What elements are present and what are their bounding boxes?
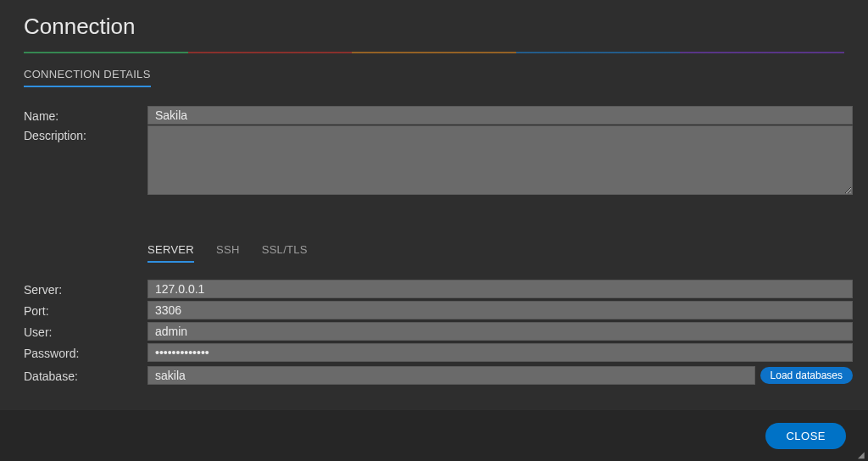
label-description: Description: [24,125,142,197]
database-field[interactable] [147,366,755,385]
close-button[interactable]: CLOSE [765,423,846,449]
connection-tabs: SERVER SSH SSL/TLS [147,243,853,263]
resize-grip-icon: ◢ [858,451,866,459]
label-server: Server: [24,280,142,299]
section-header-connection-details: CONNECTION DETAILS [24,68,151,87]
tab-server[interactable]: SERVER [147,243,194,263]
connection-dialog-panel: Connection CONNECTION DETAILS Name: Desc… [0,0,868,410]
password-field[interactable] [147,343,853,362]
dialog-title: Connection [24,12,844,52]
tab-ssltls[interactable]: SSL/TLS [262,243,308,263]
label-user: User: [24,322,142,342]
name-field[interactable] [147,106,853,125]
port-field[interactable] [147,301,853,319]
dialog-footer: CLOSE ◢ [0,410,868,461]
tab-ssh[interactable]: SSH [216,243,240,263]
label-password: Password: [24,343,142,363]
label-database: Database: [24,366,142,386]
label-port: Port: [24,301,142,320]
server-field[interactable] [147,280,853,298]
label-name: Name: [24,106,142,125]
load-databases-button[interactable]: Load databases [760,367,853,384]
rainbow-divider [24,52,844,53]
description-field[interactable] [147,125,853,195]
user-field[interactable] [147,322,853,341]
